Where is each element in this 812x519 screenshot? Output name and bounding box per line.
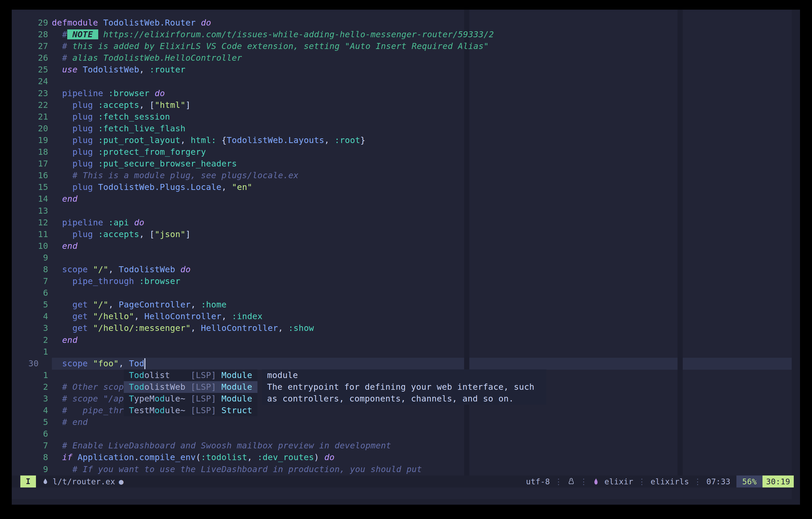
code-line[interactable]: 20 plug :fetch_live_flash <box>12 123 792 135</box>
line-number: 20 <box>12 123 52 135</box>
code-line[interactable]: 18 plug :protect_from_forgery <box>12 146 792 158</box>
line-number: 18 <box>12 146 52 158</box>
code-line[interactable]: 22 plug :accepts, ["html"] <box>12 99 792 111</box>
statusline-right: utf-8⋮⋮elixir⋮elixirls⋮07:33 <box>524 477 733 486</box>
mode-indicator: I <box>20 475 36 488</box>
code-text: # end <box>52 416 792 428</box>
code-text: # alias TodolistWeb.HelloController <box>52 52 792 64</box>
code-line[interactable]: 8 if Application.compile_env(:todolist, … <box>12 452 792 463</box>
code-line[interactable]: 1 <box>12 346 792 358</box>
line-number: 24 <box>12 76 52 87</box>
code-line[interactable]: 17 plug :put_secure_browser_headers <box>12 158 792 170</box>
statusline-item: elixir <box>604 477 633 486</box>
line-number: 2 <box>12 381 52 393</box>
code-text: plug TodolistWeb.Plugs.Locale, "en" <box>52 181 792 193</box>
code-line[interactable]: 12 pipeline :api do <box>12 217 792 229</box>
command-line[interactable] <box>12 488 792 499</box>
code-text: use TodolistWeb, :router <box>52 64 792 76</box>
code-text <box>52 428 792 440</box>
line-number: 1 <box>12 346 52 358</box>
code-line[interactable]: 11 plug :accepts, ["json"] <box>12 229 792 240</box>
code-text: plug :put_root_layout, html: {TodolistWe… <box>52 135 792 146</box>
completion-item[interactable]: Todolist [LSP] Module <box>124 370 258 381</box>
code-line[interactable]: 15 plug TodolistWeb.Plugs.Locale, "en" <box>12 181 792 193</box>
code-text: get "/hello/:messenger", HelloController… <box>52 322 792 334</box>
cursor-position-badge: 30:19 <box>762 475 794 488</box>
line-number: 17 <box>12 158 52 170</box>
code-line[interactable]: 14 end <box>12 193 792 205</box>
code-text <box>52 205 792 217</box>
code-text: end <box>52 240 792 252</box>
code-text: get "/", PageController, :home <box>52 299 792 311</box>
code-line[interactable]: 28 # NOTE https://elixirforum.com/t/issu… <box>12 29 792 40</box>
code-text: plug :fetch_session <box>52 111 792 123</box>
code-line[interactable]: 8 scope "/", TodolistWeb do <box>12 264 792 276</box>
statusline-item: elixirls <box>651 477 689 486</box>
code-line[interactable]: 4 get "/hello", HelloController, :index <box>12 311 792 322</box>
line-number: 13 <box>12 205 52 217</box>
code-text: get "/hello", HelloController, :index <box>52 311 792 322</box>
code-line[interactable]: 7 pipe_through :browser <box>12 276 792 287</box>
code-line[interactable]: 16 # This is a module plug, see plugs/lo… <box>12 170 792 181</box>
code-text: plug :accepts, ["html"] <box>52 99 792 111</box>
code-line[interactable]: 26 # alias TodolistWeb.HelloController <box>12 52 792 64</box>
statusline-item: 07:33 <box>706 477 730 486</box>
code-line[interactable]: 6 <box>12 428 792 440</box>
code-line[interactable]: 3 get "/hello/:messenger", HelloControll… <box>12 322 792 334</box>
code-text: plug :protect_from_forgery <box>52 146 792 158</box>
filename: l/t/router.ex <box>53 477 115 486</box>
scroll-percent-badge: 56% <box>736 475 762 488</box>
code-line[interactable]: 30 scope "foo", Tod <box>12 358 792 370</box>
elixir-droplet-icon <box>592 478 600 485</box>
code-text: # this is added by ElixirLS VS Code exte… <box>52 40 792 52</box>
doc-line: The entrypoint for defining your web int… <box>267 381 547 393</box>
line-number: 15 <box>12 181 52 193</box>
code-text: pipe_through :browser <box>52 276 792 287</box>
code-text: plug :fetch_live_flash <box>52 123 792 135</box>
statusline-separator: ⋮ <box>694 477 701 486</box>
code-line[interactable]: 7 # Enable LiveDashboard and Swoosh mail… <box>12 440 792 452</box>
statusline: I l/t/router.ex ● utf-8⋮⋮elixir⋮elixirls… <box>12 475 800 488</box>
code-text <box>52 76 792 87</box>
code-text <box>52 346 792 358</box>
code-text: plug :put_secure_browser_headers <box>52 158 792 170</box>
line-number: 2 <box>12 334 52 346</box>
code-text: defmodule TodolistWeb.Router do <box>52 17 792 29</box>
code-line[interactable]: 2 end <box>12 334 792 346</box>
code-line[interactable]: 24 <box>12 76 792 87</box>
code-text <box>52 252 792 264</box>
code-line[interactable]: 13 <box>12 205 792 217</box>
line-number: 3 <box>12 322 52 334</box>
line-number: 21 <box>12 111 52 123</box>
completion-item-selected[interactable]: TodolistWeb [LSP] Module <box>124 381 258 393</box>
code-line[interactable]: 9 # If you want to use the LiveDashboard… <box>12 463 792 475</box>
completion-item[interactable]: TestModule~ [LSP] Struct <box>124 405 258 416</box>
file-droplet-icon <box>42 478 49 485</box>
line-number: 29 <box>12 17 52 29</box>
code-line[interactable]: 25 use TodolistWeb, :router <box>12 64 792 76</box>
statusline-item: utf-8 <box>526 477 550 486</box>
code-text <box>52 287 792 299</box>
code-line[interactable]: 27 # this is added by ElixirLS VS Code e… <box>12 40 792 52</box>
line-number: 12 <box>12 217 52 229</box>
completion-popup[interactable]: Todolist [LSP] ModuleTodolistWeb [LSP] M… <box>124 370 258 416</box>
code-line[interactable]: 5 # end <box>12 416 792 428</box>
code-text: # NOTE https://elixirforum.com/t/issues-… <box>52 29 792 40</box>
code-text: # If you want to use the LiveDashboard i… <box>52 463 792 475</box>
code-line[interactable]: 5 get "/", PageController, :home <box>12 299 792 311</box>
code-line[interactable]: 6 <box>12 287 792 299</box>
completion-item[interactable]: TypeModule~ [LSP] Module <box>124 393 258 405</box>
code-text: end <box>52 334 792 346</box>
line-number: 14 <box>12 193 52 205</box>
line-number: 22 <box>12 99 52 111</box>
line-number: 8 <box>12 452 52 463</box>
code-text: # This is a module plug, see plugs/local… <box>52 170 792 181</box>
code-line[interactable]: 21 plug :fetch_session <box>12 111 792 123</box>
code-line[interactable]: 19 plug :put_root_layout, html: {Todolis… <box>12 135 792 146</box>
code-line[interactable]: 29defmodule TodolistWeb.Router do <box>12 17 792 29</box>
line-number: 30 <box>12 358 52 370</box>
code-line[interactable]: 9 <box>12 252 792 264</box>
modified-dot: ● <box>119 477 123 486</box>
code-line[interactable]: 23 pipeline :browser do <box>12 88 792 99</box>
code-line[interactable]: 10 end <box>12 240 792 252</box>
